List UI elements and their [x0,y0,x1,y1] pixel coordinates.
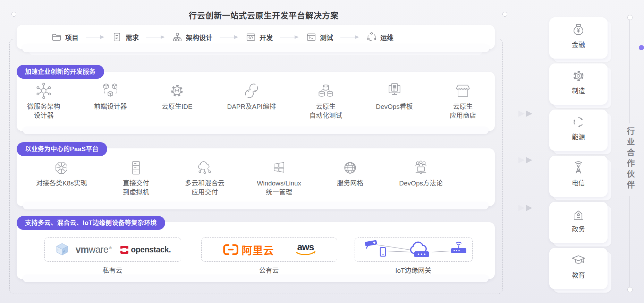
title-line-left [16,14,167,14]
money-bag-icon [570,22,586,38]
title-end-circle-left [11,12,16,17]
industry-card-energy: 能源 [549,110,608,151]
partner-line-lower [629,196,630,287]
iot-gateway-box [355,237,473,262]
service-item-cloud-test: 云原生自动化测试 [309,81,342,120]
section-card-environments: vmware® openstack. 私有云 阿里云 aws 公有云 IoT边缘… [17,222,495,279]
section-badge-paas: 以业务为中心的PaaS平台 [17,142,107,156]
phone-icon [380,248,385,256]
service-item-dapr-api: DAPR及API编排 [227,81,276,111]
cloud-deploy-icon [196,159,214,177]
service-item-label: 云原生IDE [162,102,193,111]
public-cloud-box: 阿里云 aws [201,237,337,262]
industry-card-telecom: 电信 [549,156,608,197]
industry-label: 制造 [572,86,585,95]
cloud-gateway-icon [410,242,429,257]
workflow-step-architecture: 架构设计 [172,32,212,42]
industry-label: 教育 [572,270,585,279]
cubes-icon [101,81,120,100]
workflow-step-test: 测试 [306,32,333,42]
workflow-step-label: 项目 [65,33,78,42]
folder-icon [51,32,62,42]
service-item-multicloud-delivery: 多云和混合云应用交付 [185,159,224,197]
code-window-icon [246,32,256,42]
workflow-step-project: 项目 [51,32,78,42]
workflow-card: 项目 需求 架构设计 开发 测试 运维 [17,25,495,49]
service-item-label: 直接交付到虚拟机 [123,179,149,197]
partner-line-top-circle [627,15,633,20]
server-icon [127,159,145,177]
sitemap-icon [172,32,183,42]
service-item-label: 云原生自动化测试 [310,102,342,120]
gear-code-icon [168,81,186,100]
signal-tower-icon [570,160,586,176]
section-badge-environments: 支持多云、混合云、IoT边缘侧设备等复杂环境 [17,216,165,230]
team-board-icon [412,159,430,177]
industry-card-finance: 金融 [549,17,608,59]
arrow-right-icon [280,35,299,39]
workflow-step-label: 开发 [260,33,273,42]
globe-icon [341,159,359,177]
industry-card-education: 教育 [549,248,608,289]
service-row: 微服务架构设计器 前端设计器 云原生IDE DAPR及API编排 云原生自动化测… [17,72,495,120]
industry-card-government: 政务 [549,202,608,243]
gear-icon [570,68,586,84]
aliyun-logo: 阿里云 [223,242,274,257]
service-item-label: 对接各类K8s实现 [36,179,87,188]
partner-line-bottom-circle [627,287,633,292]
k8s-wheel-icon [52,159,70,177]
double-arrow-icon [518,204,536,212]
service-item-label: DevOps方法论 [399,179,443,188]
workflow-step-requirement: 需求 [112,32,139,42]
service-item-microservice-designer: 微服务架构设计器 [27,81,60,120]
industry-label: 金融 [572,40,585,49]
iot-devices-icon [358,239,469,260]
service-item-label: DevOps看板 [376,102,413,111]
double-arrow-icon [518,110,536,118]
arrow-right-icon [85,35,105,39]
service-item-devops-board: DevOps看板 [376,81,413,111]
section-badge-dev-services: 加速企业创新的开发服务 [17,65,104,79]
section-card-dev-services: 微服务架构设计器 前端设计器 云原生IDE DAPR及API编排 云原生自动化测… [17,72,495,131]
partner-line-upper [629,19,630,123]
service-item-vm-delivery: 直接交付到虚拟机 [119,159,153,197]
plug-pair-icon [242,81,261,100]
vmware-logo: vmware® [76,244,111,255]
workflow-step-ops: 运维 [366,32,393,42]
private-cloud-box: vmware® openstack. [44,237,181,262]
purple-dot-decoration [639,45,644,50]
public-cloud-label: 公有云 [201,265,337,275]
service-item-devops-methodology: DevOps方法论 [399,159,443,188]
storefront-icon [454,81,472,100]
industry-label: 能源 [572,132,585,141]
workflow-row: 项目 需求 架构设计 开发 测试 运维 [17,25,495,49]
arrow-right-icon [219,35,239,39]
page-title: 行云创新一站式云原生开发平台解决方案 [167,9,361,21]
service-item-frontend-designer: 前端设计器 [94,81,127,111]
windows-logo-icon [270,159,288,177]
workflow-step-label: 需求 [126,33,139,42]
aws-logo: aws [296,243,316,256]
service-item-label: 多云和混合云应用交付 [185,179,224,197]
service-item-label: 服务网格 [337,179,363,188]
iot-gateway-label: IoT边缘网关 [355,265,472,275]
industry-label: 政务 [572,224,585,233]
openstack-mark-icon [120,246,128,254]
database-cluster-icon [316,81,335,100]
workflow-step-develop: 开发 [246,32,273,42]
terminal-icon [306,32,316,42]
microservice-hub-icon [34,81,53,100]
double-arrow-icon [518,156,536,164]
workflow-step-label: 架构设计 [186,33,212,42]
title-line-right [361,14,502,14]
ops-cycle-icon [366,32,377,42]
arrow-right-icon [340,35,359,39]
service-item-win-linux: Windows/Linux统一管理 [257,159,301,197]
service-item-label: DAPR及API编排 [227,102,276,111]
title-end-circle-right [502,12,507,17]
service-item-k8s: 对接各类K8s实现 [36,159,87,188]
camera-icon [365,240,377,246]
partner-vertical-label: 行业合作伙伴 [624,127,636,191]
section-card-paas: 对接各类K8s实现 直接交付到虚拟机 多云和混合云应用交付 Windows/Li… [17,148,495,206]
government-icon [570,206,586,222]
